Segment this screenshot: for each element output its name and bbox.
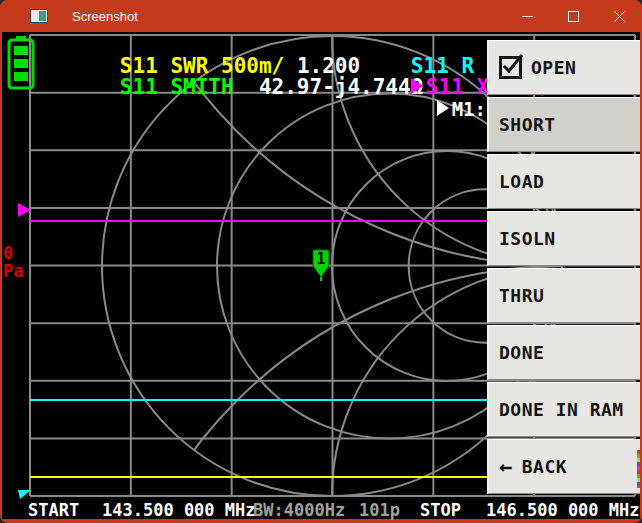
start-value: 143.500 000 MHz — [102, 500, 256, 520]
menu-item-label: OPEN — [531, 57, 576, 78]
menu-item-done[interactable]: DONE — [487, 325, 640, 380]
minimize-icon — [522, 11, 533, 22]
menu-item-label: ISOLN — [499, 228, 556, 249]
stop-value: 146.500 000 MHz — [486, 500, 640, 520]
menu-item-label: THRU — [499, 285, 544, 306]
maximize-button[interactable] — [550, 0, 596, 32]
minimize-button[interactable] — [504, 0, 550, 32]
menu-item-load[interactable]: LOAD — [487, 154, 640, 209]
menu-item-open[interactable]: OPEN — [487, 40, 640, 95]
window-title: Screenshot — [72, 9, 138, 24]
close-button[interactable] — [596, 0, 642, 32]
trace2-label: S11 SMITH — [120, 75, 234, 99]
checkbox-checked-icon — [499, 56, 522, 79]
vna-screen: 1 S11 SWR 500m/ 1.200 S11 R 25Ω/ 42 S11 … — [2, 32, 640, 519]
titlebar: Screenshot — [0, 0, 642, 32]
ref-level-label: 0 Pa — [3, 244, 23, 280]
stop-label: STOP — [420, 500, 461, 520]
menu-item-label: SHORT — [499, 114, 556, 135]
menu-item-label: BACK — [522, 456, 567, 477]
start-label: START — [28, 500, 79, 520]
ref-level-line2: Pa — [3, 262, 23, 280]
menu-item-label: DONE — [499, 342, 544, 363]
menu-item-thru[interactable]: THRU — [487, 268, 640, 323]
menu-item-label: DONE IN RAM — [499, 399, 624, 420]
bandwidth-value: BW:4000Hz — [253, 500, 345, 520]
battery-icon — [7, 36, 35, 90]
status-bar: START 143.500 000 MHz BW:4000Hz 101p STO… — [2, 498, 640, 519]
app-icon — [30, 9, 48, 23]
calibration-menu: OPEN SHORT LOAD ISOLN THRU DONE DONE IN … — [487, 40, 640, 496]
menu-item-back[interactable]: ← BACK — [487, 439, 640, 494]
sweep-points: 101p — [359, 500, 400, 520]
close-icon — [614, 11, 625, 22]
back-arrow-icon: ← — [499, 458, 513, 476]
marker-pointer-icon — [437, 100, 449, 116]
menu-item-short[interactable]: SHORT — [487, 97, 640, 152]
ref-level-line1: 0 — [3, 244, 23, 262]
maximize-icon — [568, 11, 579, 22]
menu-item-label: LOAD — [499, 171, 544, 192]
app-window: Screenshot 1 S11 SWR 500m/ 1.200 — [0, 0, 642, 523]
menu-item-isoln[interactable]: ISOLN — [487, 211, 640, 266]
menu-item-done-in-ram[interactable]: DONE IN RAM — [487, 382, 640, 437]
screen-edge-artifact — [637, 450, 640, 488]
marker-1-number: 1 — [316, 250, 325, 268]
